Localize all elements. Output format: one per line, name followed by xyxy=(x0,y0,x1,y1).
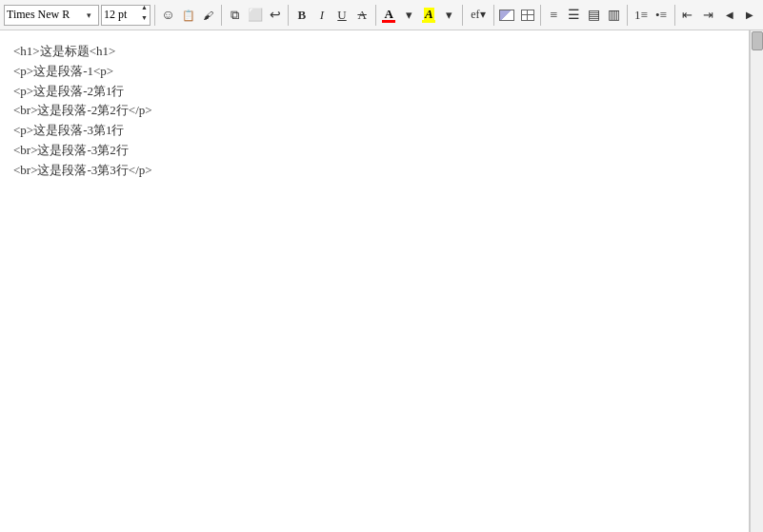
font-size-value: 12 pt xyxy=(104,8,141,22)
sep-7 xyxy=(540,5,541,26)
align-left-icon: ≡ xyxy=(551,8,558,23)
strikethrough-button[interactable]: A xyxy=(353,5,371,26)
indent-decrease-button[interactable]: ⇤ xyxy=(678,5,696,26)
insert-image-button[interactable] xyxy=(498,5,516,26)
highlight-button[interactable]: A xyxy=(420,5,438,26)
insert-table-icon xyxy=(521,10,534,21)
effects-button[interactable]: ef▾ xyxy=(467,5,490,26)
effects-icon: ef▾ xyxy=(471,8,485,22)
cut-icon: ⬜ xyxy=(248,8,263,23)
indent-increase-icon: ⇥ xyxy=(703,8,713,23)
italic-label: I xyxy=(320,8,324,23)
underline-button[interactable]: U xyxy=(332,5,351,26)
insert-table-button[interactable] xyxy=(518,5,536,26)
font-color-dropdown[interactable]: ▾ xyxy=(400,5,418,26)
indent-increase-button[interactable]: ⇥ xyxy=(699,5,717,26)
nav-left-button[interactable]: ◀ xyxy=(721,5,739,26)
bold-button[interactable]: B xyxy=(292,5,311,26)
highlight-indicator xyxy=(422,20,435,23)
align-left-button[interactable]: ≡ xyxy=(545,5,563,26)
italic-button[interactable]: I xyxy=(312,5,331,26)
font-name-dropdown-arrow[interactable]: ▾ xyxy=(81,10,96,20)
font-color-indicator xyxy=(382,20,395,23)
sep-3 xyxy=(288,5,289,26)
editor-content[interactable]: <h1>这是标题<h1> <p>这是段落-1<p> <p>这是段落-2第1行 <… xyxy=(13,42,735,181)
align-center-icon: ☰ xyxy=(568,7,580,23)
align-justify-icon: ▥ xyxy=(608,7,620,23)
sep-2 xyxy=(221,5,222,26)
insert-image-icon xyxy=(499,10,514,21)
emoji-button[interactable] xyxy=(159,5,177,26)
unordered-list-button[interactable]: •≡ xyxy=(652,5,670,26)
sep-8 xyxy=(627,5,628,26)
sep-5 xyxy=(462,5,463,26)
nav-right-icon: ▶ xyxy=(746,10,753,20)
sep-4 xyxy=(375,5,376,26)
sep-1 xyxy=(154,5,155,26)
scrollbar-thumb[interactable] xyxy=(752,31,763,50)
font-size-arrows[interactable]: ▲ ▼ xyxy=(141,5,148,26)
indent-decrease-icon: ⇤ xyxy=(682,8,693,23)
sep-6 xyxy=(493,5,494,26)
align-right-icon: ▤ xyxy=(588,7,600,23)
emoji-icon xyxy=(161,8,174,23)
paste-button[interactable] xyxy=(179,5,197,26)
font-color-button[interactable]: A xyxy=(380,5,398,26)
font-size-selector[interactable]: 12 pt ▲ ▼ xyxy=(101,5,151,26)
font-name-selector[interactable]: Times New R ▾ xyxy=(4,5,99,26)
paste-icon xyxy=(182,8,195,23)
vertical-scrollbar[interactable] xyxy=(750,30,763,532)
align-justify-button[interactable]: ▥ xyxy=(605,5,623,26)
ordered-list-button[interactable]: 1≡ xyxy=(632,5,650,26)
format-paint-button[interactable] xyxy=(199,5,217,26)
ordered-list-icon: 1≡ xyxy=(634,8,648,23)
sep-9 xyxy=(674,5,675,26)
underline-label: U xyxy=(337,8,346,23)
highlight-dropdown[interactable]: ▾ xyxy=(440,5,458,26)
highlight-label: A xyxy=(424,8,434,20)
font-size-up-arrow[interactable]: ▲ xyxy=(141,5,148,15)
undo-icon xyxy=(270,7,281,23)
font-name-value: Times New R xyxy=(7,8,81,22)
strikethrough-label: A xyxy=(357,8,366,23)
toolbar: Times New R ▾ 12 pt ▲ ▼ ⬜ xyxy=(0,0,763,30)
font-color-label: A xyxy=(384,8,392,20)
nav-left-icon: ◀ xyxy=(726,10,733,20)
unordered-list-icon: •≡ xyxy=(655,8,667,23)
align-right-button[interactable]: ▤ xyxy=(585,5,603,26)
app-window: Times New R ▾ 12 pt ▲ ▼ ⬜ xyxy=(0,0,763,532)
font-size-down-arrow[interactable]: ▼ xyxy=(141,15,148,26)
editor-area[interactable]: <h1>这是标题<h1> <p>这是段落-1<p> <p>这是段落-2第1行 <… xyxy=(0,30,750,532)
main-area: <h1>这是标题<h1> <p>这是段落-1<p> <p>这是段落-2第1行 <… xyxy=(0,30,763,532)
undo-button[interactable] xyxy=(266,5,284,26)
bold-label: B xyxy=(297,8,306,23)
copy-icon xyxy=(231,8,239,23)
align-center-button[interactable]: ☰ xyxy=(565,5,583,26)
cut-button[interactable]: ⬜ xyxy=(246,5,264,26)
format-paint-icon xyxy=(203,8,213,23)
copy-button[interactable] xyxy=(226,5,244,26)
nav-right-button[interactable]: ▶ xyxy=(741,5,759,26)
